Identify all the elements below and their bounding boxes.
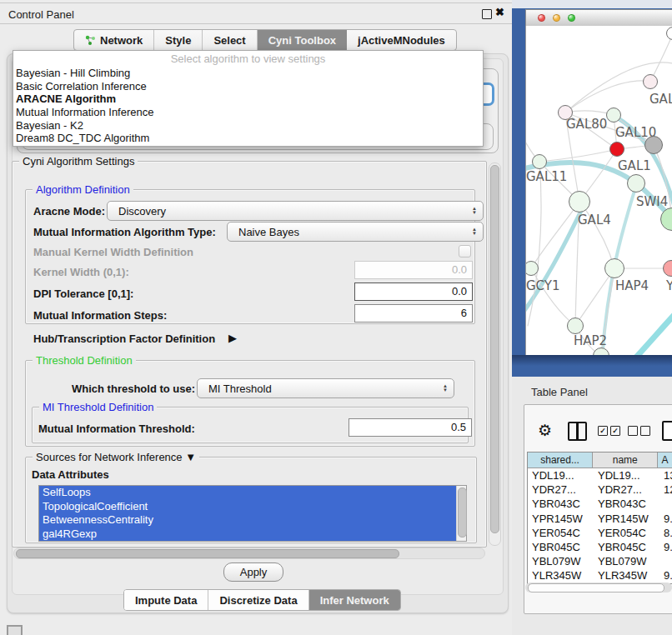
gear-icon[interactable]: ⚙ bbox=[538, 421, 552, 439]
close-traffic-light[interactable] bbox=[538, 14, 545, 22]
network-node[interactable] bbox=[567, 318, 584, 334]
algorithm-dropdown-popup: Select algorithm to view settings Bayesi… bbox=[13, 50, 484, 147]
network-node[interactable] bbox=[627, 174, 645, 192]
network-canvas[interactable]: GALGAL80GAL10GAL1GAL11SWI4GAL4GCY1HAP4YH… bbox=[525, 26, 672, 355]
float-window-icon[interactable] bbox=[482, 9, 492, 19]
checked-checkbox-icon[interactable]: ✓ bbox=[610, 426, 620, 436]
settings-horizontal-scrollbar[interactable] bbox=[13, 548, 485, 559]
attribute-list-scrollbar-thumb[interactable] bbox=[458, 488, 467, 538]
tab-jactivemnodules[interactable]: jActiveMNodules bbox=[347, 30, 456, 50]
manual-kernel-checkbox[interactable] bbox=[459, 245, 471, 258]
which-threshold-label: Which threshold to use: bbox=[72, 382, 195, 395]
attribute-item-selected[interactable]: TopologicalCoefficient bbox=[39, 500, 456, 514]
apply-button[interactable]: Apply bbox=[223, 562, 283, 582]
dropdown-item[interactable]: Dream8 DC_TDC Algorithm bbox=[13, 132, 483, 145]
table-row[interactable]: YPR145WYPR145W9. bbox=[528, 512, 672, 526]
tab-infer-network[interactable]: Infer Network bbox=[309, 590, 400, 610]
network-node-label: HAP4 bbox=[615, 278, 649, 293]
dropdown-item[interactable]: Basic Correlation Inference bbox=[13, 80, 483, 93]
control-panel-title: Control Panel bbox=[8, 8, 74, 21]
network-node[interactable] bbox=[532, 154, 547, 169]
table-row[interactable]: YDR27...YDR27...12 bbox=[528, 482, 672, 497]
tab-select[interactable]: Select bbox=[203, 30, 257, 50]
network-window-titlebar[interactable] bbox=[525, 9, 672, 28]
node-table[interactable]: shared... name A YDL19...YDL19...13 YDR2… bbox=[527, 452, 672, 584]
stepper-arrows-icon: ▲▼ bbox=[472, 228, 483, 236]
mi-type-combobox[interactable]: Naive Bayes ▲▼ bbox=[227, 222, 484, 242]
table-horizontal-scrollbar-thumb[interactable] bbox=[528, 583, 664, 592]
network-node[interactable] bbox=[604, 258, 624, 278]
split-columns-icon[interactable] bbox=[568, 422, 587, 441]
table-row[interactable]: YBR045CYBR045C9. bbox=[528, 540, 672, 554]
group-title: Algorithm Definition bbox=[33, 183, 133, 196]
aracne-mode-combobox[interactable]: Discovery ▲▼ bbox=[107, 201, 484, 221]
dpi-tolerance-field[interactable]: 0.0 bbox=[354, 282, 473, 301]
table-row[interactable]: YER054CYER054C8. bbox=[528, 526, 672, 540]
manual-kernel-label: Manual Kernel Width Definition bbox=[33, 246, 193, 258]
attribute-list-scrollbar[interactable] bbox=[456, 486, 466, 541]
tab-style[interactable]: Style bbox=[154, 30, 203, 50]
stepper-arrows-icon: ▲▼ bbox=[443, 384, 454, 392]
unchecked-checkbox-icon[interactable] bbox=[640, 426, 650, 436]
network-node[interactable] bbox=[606, 108, 621, 122]
network-window-shadow bbox=[512, 355, 672, 366]
tab-cyni-toolbox[interactable]: Cyni Toolbox bbox=[258, 30, 347, 50]
table-horizontal-scrollbar[interactable] bbox=[525, 582, 672, 592]
checked-checkbox-icon[interactable]: ✓ bbox=[598, 426, 608, 436]
kernel-width-field[interactable]: 0.0 bbox=[354, 261, 473, 279]
aracne-mode-label: Aracne Mode: bbox=[33, 205, 105, 218]
network-node[interactable] bbox=[643, 74, 658, 89]
column-header-shared-name[interactable]: shared... bbox=[528, 452, 593, 468]
mi-steps-field[interactable]: 6 bbox=[354, 304, 473, 322]
network-node-label: SWI4 bbox=[636, 194, 668, 209]
group-title: MI Threshold Definition bbox=[39, 401, 157, 413]
attribute-item-selected[interactable]: SelfLoops bbox=[39, 486, 456, 500]
network-node[interactable] bbox=[569, 191, 590, 212]
attribute-item-selected[interactable]: gal4RGexp bbox=[39, 528, 456, 542]
settings-vertical-scrollbar[interactable] bbox=[489, 162, 501, 546]
docked-panel-icon[interactable] bbox=[7, 625, 23, 635]
which-threshold-combobox[interactable]: MI Threshold ▲▼ bbox=[197, 378, 454, 398]
settings-horizontal-scrollbar-thumb[interactable] bbox=[16, 549, 399, 558]
tab-label: Style bbox=[165, 34, 191, 47]
column-header-a[interactable]: A bbox=[658, 452, 672, 468]
column-header-name[interactable]: name bbox=[593, 452, 658, 468]
table-row[interactable]: YLR345WYLR345W9. bbox=[528, 568, 672, 582]
settings-scrollbar-thumb[interactable] bbox=[490, 165, 499, 533]
control-panel-tabbar: Network Style Select Cyni Toolbox jActiv… bbox=[73, 29, 457, 51]
unchecked-checkbox-icon[interactable] bbox=[628, 426, 638, 436]
tab-label: Discretize Data bbox=[219, 594, 297, 607]
zoom-traffic-light[interactable] bbox=[568, 14, 575, 22]
tab-label: Cyni Toolbox bbox=[268, 34, 336, 47]
close-icon[interactable]: ✖ bbox=[495, 6, 504, 18]
network-node-label: GAL bbox=[649, 92, 672, 107]
minimize-traffic-light[interactable] bbox=[553, 14, 560, 22]
attribute-item-selected[interactable]: BetweennessCentrality bbox=[39, 513, 456, 528]
network-node-label: GAL4 bbox=[578, 212, 611, 228]
table-row[interactable]: YBL079WYBL079W bbox=[528, 554, 672, 568]
titlebar-divider bbox=[0, 23, 512, 24]
combobox-value: MI Threshold bbox=[208, 382, 272, 395]
network-node[interactable] bbox=[609, 142, 624, 157]
collapse-arrow-icon[interactable]: ▼ bbox=[185, 451, 196, 463]
mi-threshold-field[interactable]: 0.5 bbox=[349, 418, 472, 437]
dropdown-item-selected[interactable]: ARACNE Algorithm bbox=[13, 92, 483, 106]
tab-impute-data[interactable]: Impute Data bbox=[124, 590, 208, 610]
table-row[interactable]: YDL19...YDL19...13 bbox=[528, 468, 672, 482]
group-title: Cyni Algorithm Settings bbox=[19, 155, 138, 168]
dropdown-item[interactable]: Bayesian - Hill Climbing bbox=[13, 67, 483, 80]
sources-title: Sources for Network Inference bbox=[36, 451, 183, 463]
document-icon[interactable] bbox=[662, 421, 672, 441]
dropdown-item[interactable]: Bayesian - K2 bbox=[13, 119, 483, 132]
dropdown-item[interactable]: Mutual Information Inference bbox=[13, 106, 483, 119]
network-node-label: GAL1 bbox=[618, 158, 651, 173]
tab-discretize-data[interactable]: Discretize Data bbox=[208, 590, 308, 610]
network-node-label: GCY1 bbox=[526, 278, 560, 293]
network-node-label: Y bbox=[666, 278, 672, 293]
expand-arrow-icon[interactable]: ▶ bbox=[228, 332, 237, 344]
network-node[interactable] bbox=[644, 136, 663, 154]
tab-network[interactable]: Network bbox=[74, 30, 154, 50]
data-attributes-list[interactable]: SelfLoops TopologicalCoefficient Between… bbox=[38, 485, 467, 542]
mi-steps-label: Mutual Information Steps: bbox=[33, 309, 167, 322]
table-row[interactable]: YBR043CYBR043C bbox=[528, 497, 672, 511]
